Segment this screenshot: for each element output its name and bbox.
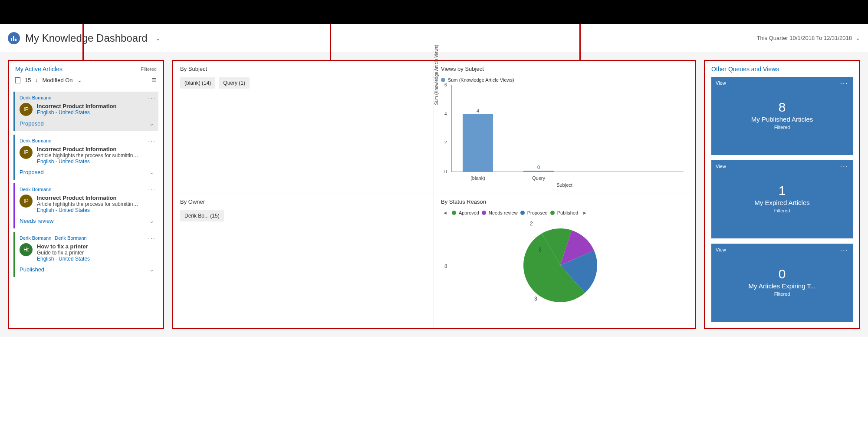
date-range-selector[interactable]: This Quarter 10/1/2018 To 12/31/2018 ⌄ [757, 35, 860, 41]
stream-item[interactable]: Derik BormannDerik Bormann ··· Ht How to… [13, 232, 158, 277]
tile-count: 0 [779, 267, 786, 281]
chevron-down-icon[interactable]: ⌄ [77, 77, 82, 83]
charts-panel: By Subject (blank) (14)Query (1) Views b… [172, 60, 696, 329]
stream-item[interactable]: Derik Bormann ··· IP Incorrect Product I… [13, 135, 158, 180]
avatar: Ht [20, 243, 33, 256]
more-icon[interactable]: ··· [840, 246, 848, 254]
more-icon[interactable]: ··· [148, 186, 156, 193]
tiles-panel: Other Queues and Views View ··· 8 My Pub… [704, 60, 860, 329]
more-icon[interactable]: ··· [148, 235, 156, 241]
legend-dot-icon [452, 211, 456, 215]
more-icon[interactable]: ··· [840, 79, 848, 87]
item-subtitle: Guide to fix a printer [37, 250, 90, 256]
chevron-down-icon[interactable]: ⌄ [149, 169, 154, 175]
legend-dot-icon [482, 211, 486, 215]
avatar: IP [20, 146, 33, 159]
item-subtitle: Article highlights the process for submi… [37, 152, 141, 159]
tile-type: View [716, 247, 726, 252]
more-icon[interactable]: ··· [840, 163, 848, 171]
bar[interactable] [463, 114, 493, 172]
annotation-bar [0, 0, 868, 24]
item-language: English - United States [37, 256, 90, 262]
chart-by-subject: By Subject (blank) (14)Query (1) [173, 61, 434, 194]
item-title: Incorrect Product Information [37, 146, 141, 152]
item-owner[interactable]: Derik Bormann [20, 138, 154, 143]
chevron-down-icon[interactable]: ⌄ [149, 266, 154, 273]
document-icon [15, 77, 20, 83]
stream-count: 15 [25, 77, 31, 83]
tile-count: 1 [779, 183, 786, 198]
tile[interactable]: View ··· 0 My Articles Expiring T... Fil… [711, 244, 853, 322]
dashboard-dropdown[interactable]: ⌄ [155, 35, 161, 42]
stream-filtered-label: Filtered [141, 66, 157, 72]
tile-caption: My Articles Expiring T... [749, 282, 816, 290]
tile-type: View [716, 164, 726, 169]
pie-value-label: 2 [530, 221, 533, 227]
item-title: Incorrect Product Information [37, 195, 141, 201]
bar[interactable] [523, 171, 554, 172]
pie-value-label: 2 [539, 247, 542, 253]
item-owner[interactable]: Derik BormannDerik Bormann [20, 235, 154, 241]
list-settings-icon[interactable]: ☰ [151, 77, 157, 83]
filter-tag[interactable]: Derik Bo... (15) [180, 210, 224, 221]
stream-list[interactable]: Derik Bormann ··· IP Incorrect Product I… [9, 88, 163, 319]
sort-field[interactable]: Modified On [42, 77, 72, 83]
chevron-down-icon[interactable]: ⌄ [149, 218, 154, 224]
chart-views-by-subject: Views by Subject Sum (Knowledge Article … [434, 61, 695, 194]
item-status: Published [20, 266, 44, 273]
more-icon[interactable]: ··· [148, 137, 156, 144]
item-owner[interactable]: Derik Bormann [20, 95, 154, 100]
tile-count: 8 [779, 100, 786, 115]
svg-rect-2 [15, 39, 16, 41]
legend-prev-icon[interactable]: ◄ [441, 210, 449, 215]
chart-by-status-reason: By Status Reason ◄ApprovedNeeds reviewPr… [434, 194, 695, 328]
item-language: English - United States [37, 109, 116, 116]
item-title: Incorrect Product Information [37, 103, 116, 109]
avatar: IP [20, 195, 33, 208]
tile-caption: My Expired Articles [754, 199, 810, 206]
tile-filtered-label: Filtered [774, 291, 790, 297]
tile[interactable]: View ··· 1 My Expired Articles Filtered [711, 160, 853, 238]
stream-title[interactable]: My Active Articles [15, 66, 62, 73]
pie-value-label: 8 [444, 263, 447, 269]
legend-dot-icon [550, 211, 555, 215]
more-icon[interactable]: ··· [148, 94, 156, 101]
item-subtitle: Article highlights the process for submi… [37, 201, 141, 207]
item-language: English - United States [37, 159, 141, 165]
stream-item[interactable]: Derik Bormann ··· IP Incorrect Product I… [13, 92, 158, 131]
avatar: IP [20, 103, 33, 116]
item-status: Proposed [20, 169, 44, 175]
stream-item[interactable]: Derik Bormann ··· IP Incorrect Product I… [13, 183, 158, 228]
legend-dot-icon [520, 211, 525, 215]
filter-tag[interactable]: (blank) (14) [180, 77, 215, 89]
tile-filtered-label: Filtered [774, 125, 790, 130]
stream-panel: My Active Articles Filtered 15 Modified … [8, 60, 164, 329]
tile-type: View [716, 80, 726, 86]
chart-by-owner: By Owner Derik Bo... (15) [173, 194, 434, 328]
tiles-title[interactable]: Other Queues and Views [705, 61, 859, 77]
item-status: Proposed [20, 120, 44, 127]
item-status: Needs review [20, 218, 54, 224]
dashboard-title: My Knowledge Dashboard [25, 32, 148, 44]
item-title: How to fix a printer [37, 243, 90, 250]
sort-direction-icon[interactable] [35, 77, 38, 83]
chevron-down-icon: ⌄ [855, 35, 860, 41]
svg-rect-0 [11, 38, 12, 41]
svg-rect-1 [13, 36, 14, 41]
item-owner[interactable]: Derik Bormann [20, 187, 154, 192]
tile-filtered-label: Filtered [774, 208, 790, 213]
filter-tag[interactable]: Query (1) [219, 77, 250, 89]
dashboard-icon [8, 32, 20, 44]
item-language: English - United States [37, 207, 141, 213]
chevron-down-icon[interactable]: ⌄ [149, 120, 154, 127]
pie-chart[interactable] [508, 218, 621, 317]
pie-value-label: 3 [534, 296, 537, 302]
tile-caption: My Published Articles [751, 116, 813, 123]
tile[interactable]: View ··· 8 My Published Articles Filtere… [711, 77, 853, 155]
legend-dot-icon [441, 78, 445, 82]
legend-next-icon[interactable]: ► [581, 210, 589, 215]
